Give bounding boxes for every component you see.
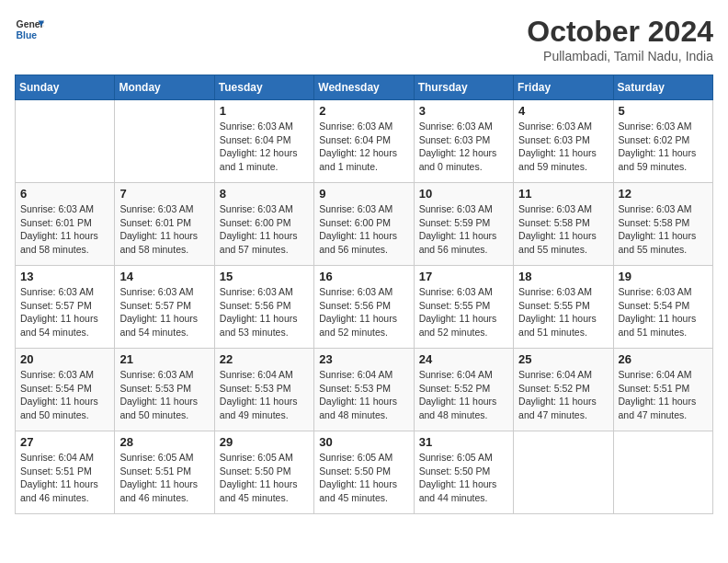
day-number: 13: [20, 270, 109, 283]
day-number: 26: [619, 352, 708, 366]
day-info: Sunrise: 6:04 AMSunset: 5:53 PMDaylight:…: [319, 368, 408, 422]
week-row-1: 1Sunrise: 6:03 AMSunset: 6:04 PMDaylight…: [16, 100, 713, 183]
day-info: Sunrise: 6:03 AMSunset: 5:54 PMDaylight:…: [619, 285, 708, 339]
day-number: 12: [619, 187, 708, 201]
day-cell: 1Sunrise: 6:03 AMSunset: 6:04 PMDaylight…: [214, 100, 313, 183]
day-info: Sunrise: 6:03 AMSunset: 6:04 PMDaylight:…: [319, 120, 408, 174]
day-number: 1: [220, 104, 309, 118]
day-number: 11: [518, 187, 608, 201]
day-cell: 28Sunrise: 6:05 AMSunset: 5:51 PMDayligh…: [115, 431, 214, 514]
day-number: 23: [319, 352, 408, 366]
title-area: October 2024 Pullambadi, Tamil Nadu, Ind…: [527, 15, 713, 63]
week-row-2: 6Sunrise: 6:03 AMSunset: 6:01 PMDaylight…: [16, 183, 713, 266]
day-number: 14: [119, 270, 209, 283]
day-number: 21: [119, 352, 209, 366]
day-cell: 12Sunrise: 6:03 AMSunset: 5:58 PMDayligh…: [613, 183, 712, 266]
day-cell: 24Sunrise: 6:04 AMSunset: 5:52 PMDayligh…: [414, 349, 513, 431]
header-cell-monday: Monday: [115, 75, 214, 100]
day-number: 17: [419, 270, 508, 283]
week-row-5: 27Sunrise: 6:04 AMSunset: 5:51 PMDayligh…: [16, 431, 713, 514]
location: Pullambadi, Tamil Nadu, India: [527, 49, 713, 63]
day-number: 31: [419, 435, 508, 449]
day-info: Sunrise: 6:03 AMSunset: 6:03 PMDaylight:…: [518, 120, 608, 174]
day-cell: 7Sunrise: 6:03 AMSunset: 6:01 PMDaylight…: [115, 183, 214, 266]
day-number: 27: [20, 435, 109, 449]
day-number: 7: [119, 187, 209, 201]
day-number: 5: [619, 104, 708, 118]
day-number: 6: [20, 187, 109, 201]
day-number: 25: [518, 352, 608, 366]
day-info: Sunrise: 6:05 AMSunset: 5:50 PMDaylight:…: [319, 451, 408, 505]
day-info: Sunrise: 6:04 AMSunset: 5:51 PMDaylight:…: [619, 368, 708, 422]
day-number: 8: [220, 187, 309, 201]
day-info: Sunrise: 6:04 AMSunset: 5:51 PMDaylight:…: [20, 451, 109, 505]
day-cell: 3Sunrise: 6:03 AMSunset: 6:03 PMDaylight…: [414, 100, 513, 183]
day-number: 2: [319, 104, 408, 118]
day-info: Sunrise: 6:03 AMSunset: 5:55 PMDaylight:…: [518, 285, 608, 339]
day-number: 30: [319, 435, 408, 449]
day-info: Sunrise: 6:03 AMSunset: 5:53 PMDaylight:…: [119, 368, 209, 422]
day-cell: 19Sunrise: 6:03 AMSunset: 5:54 PMDayligh…: [613, 266, 712, 349]
page-header: General Blue October 2024 Pullambadi, Ta…: [15, 15, 713, 63]
day-number: 20: [20, 352, 109, 366]
day-number: 16: [319, 270, 408, 283]
day-cell: 11Sunrise: 6:03 AMSunset: 5:58 PMDayligh…: [514, 183, 613, 266]
day-cell: 2Sunrise: 6:03 AMSunset: 6:04 PMDaylight…: [314, 100, 414, 183]
day-info: Sunrise: 6:03 AMSunset: 5:59 PMDaylight:…: [419, 202, 508, 257]
day-cell: 9Sunrise: 6:03 AMSunset: 6:00 PMDaylight…: [314, 183, 414, 266]
day-cell: 31Sunrise: 6:05 AMSunset: 5:50 PMDayligh…: [414, 431, 513, 514]
day-cell: 4Sunrise: 6:03 AMSunset: 6:03 PMDaylight…: [514, 100, 613, 183]
day-cell: 26Sunrise: 6:04 AMSunset: 5:51 PMDayligh…: [613, 349, 712, 431]
day-info: Sunrise: 6:03 AMSunset: 6:00 PMDaylight:…: [220, 202, 309, 257]
day-info: Sunrise: 6:03 AMSunset: 6:04 PMDaylight:…: [220, 120, 309, 174]
day-info: Sunrise: 6:03 AMSunset: 5:58 PMDaylight:…: [619, 202, 708, 257]
day-info: Sunrise: 6:03 AMSunset: 5:54 PMDaylight:…: [20, 368, 109, 422]
header-cell-wednesday: Wednesday: [314, 75, 414, 100]
day-number: 9: [319, 187, 408, 201]
day-cell: 16Sunrise: 6:03 AMSunset: 5:56 PMDayligh…: [314, 266, 414, 349]
day-cell: 8Sunrise: 6:03 AMSunset: 6:00 PMDaylight…: [214, 183, 313, 266]
day-cell: 21Sunrise: 6:03 AMSunset: 5:53 PMDayligh…: [115, 349, 214, 431]
header-cell-sunday: Sunday: [16, 75, 115, 100]
day-cell: 27Sunrise: 6:04 AMSunset: 5:51 PMDayligh…: [16, 431, 115, 514]
day-cell: 29Sunrise: 6:05 AMSunset: 5:50 PMDayligh…: [214, 431, 313, 514]
day-cell: 13Sunrise: 6:03 AMSunset: 5:57 PMDayligh…: [16, 266, 115, 349]
day-info: Sunrise: 6:03 AMSunset: 5:56 PMDaylight:…: [319, 285, 408, 339]
day-info: Sunrise: 6:03 AMSunset: 5:57 PMDaylight:…: [20, 285, 109, 339]
day-info: Sunrise: 6:04 AMSunset: 5:52 PMDaylight:…: [419, 368, 508, 422]
day-info: Sunrise: 6:05 AMSunset: 5:50 PMDaylight:…: [220, 451, 309, 505]
day-number: 3: [419, 104, 508, 118]
header-cell-thursday: Thursday: [414, 75, 513, 100]
day-number: 4: [518, 104, 608, 118]
day-info: Sunrise: 6:03 AMSunset: 6:02 PMDaylight:…: [619, 120, 708, 174]
day-info: Sunrise: 6:04 AMSunset: 5:52 PMDaylight:…: [518, 368, 608, 422]
day-cell: 18Sunrise: 6:03 AMSunset: 5:55 PMDayligh…: [514, 266, 613, 349]
day-cell: 14Sunrise: 6:03 AMSunset: 5:57 PMDayligh…: [115, 266, 214, 349]
day-cell: 25Sunrise: 6:04 AMSunset: 5:52 PMDayligh…: [514, 349, 613, 431]
day-cell: 30Sunrise: 6:05 AMSunset: 5:50 PMDayligh…: [314, 431, 414, 514]
svg-text:Blue: Blue: [17, 30, 38, 40]
day-number: 10: [419, 187, 508, 201]
day-cell: [514, 431, 613, 514]
day-info: Sunrise: 6:04 AMSunset: 5:53 PMDaylight:…: [220, 368, 309, 422]
day-info: Sunrise: 6:03 AMSunset: 5:56 PMDaylight:…: [220, 285, 309, 339]
day-cell: [613, 431, 712, 514]
week-row-4: 20Sunrise: 6:03 AMSunset: 5:54 PMDayligh…: [16, 349, 713, 431]
logo: General Blue: [15, 15, 44, 44]
day-cell: 22Sunrise: 6:04 AMSunset: 5:53 PMDayligh…: [214, 349, 313, 431]
day-info: Sunrise: 6:03 AMSunset: 6:03 PMDaylight:…: [419, 120, 508, 174]
logo-icon: General Blue: [15, 15, 44, 44]
header-cell-saturday: Saturday: [613, 75, 712, 100]
day-info: Sunrise: 6:03 AMSunset: 6:01 PMDaylight:…: [119, 202, 209, 257]
day-cell: 6Sunrise: 6:03 AMSunset: 6:01 PMDaylight…: [16, 183, 115, 266]
day-number: 15: [220, 270, 309, 283]
day-cell: 17Sunrise: 6:03 AMSunset: 5:55 PMDayligh…: [414, 266, 513, 349]
week-row-3: 13Sunrise: 6:03 AMSunset: 5:57 PMDayligh…: [16, 266, 713, 349]
day-info: Sunrise: 6:03 AMSunset: 5:55 PMDaylight:…: [419, 285, 508, 339]
day-number: 22: [220, 352, 309, 366]
day-cell: 20Sunrise: 6:03 AMSunset: 5:54 PMDayligh…: [16, 349, 115, 431]
header-cell-friday: Friday: [514, 75, 613, 100]
calendar-body: 1Sunrise: 6:03 AMSunset: 6:04 PMDaylight…: [16, 100, 713, 514]
day-info: Sunrise: 6:03 AMSunset: 5:58 PMDaylight:…: [518, 202, 608, 257]
day-info: Sunrise: 6:03 AMSunset: 5:57 PMDaylight:…: [119, 285, 209, 339]
